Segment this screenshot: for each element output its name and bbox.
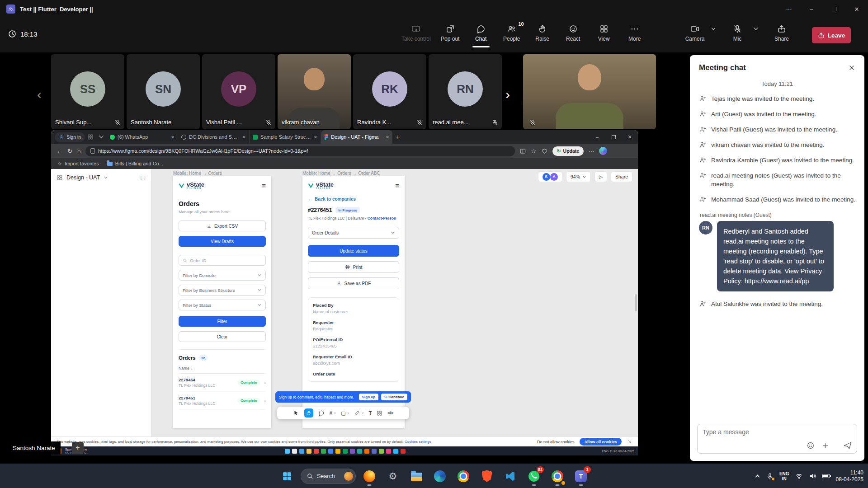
attach-plus-icon[interactable]: [821, 442, 829, 450]
battery-icon[interactable]: [822, 474, 830, 478]
cookie-close-icon[interactable]: [627, 439, 632, 445]
collaborator-avatars[interactable]: S A: [538, 171, 562, 182]
participant-tile[interactable]: VP Vishal Patil ...: [202, 54, 275, 129]
send-icon[interactable]: [843, 441, 852, 450]
browser-tab[interactable]: DC Divisions and Surroundings ✕: [178, 130, 250, 144]
participant-tile[interactable]: vikram chavan: [278, 54, 351, 129]
order-id-search[interactable]: [179, 255, 266, 266]
filmstrip-prev-button[interactable]: ‹: [37, 88, 42, 101]
browser-essentials-icon[interactable]: [541, 148, 548, 155]
taskbar-teams-icon[interactable]: T 1: [571, 466, 591, 486]
taskbar-file-explorer-icon[interactable]: [406, 466, 426, 486]
google-continue-button[interactable]: G Continue: [381, 394, 407, 400]
browser-tab-active[interactable]: Design - UAT - Figma ✕: [321, 130, 392, 144]
participant-tile[interactable]: RN read.ai mee...: [429, 54, 502, 129]
decline-cookies-link[interactable]: Do not allow cookies: [537, 440, 575, 444]
filter-domicile-dropdown[interactable]: Filter by Domicile: [179, 270, 266, 281]
frame-breadcrumb[interactable]: Mobile: Home → Orders: [173, 171, 222, 176]
taskbar-firefox-icon[interactable]: [359, 466, 379, 486]
more-button[interactable]: ⋯ More: [622, 23, 648, 43]
tab-close-icon[interactable]: ✕: [171, 135, 175, 140]
browser-minimize-button[interactable]: –: [589, 130, 605, 144]
browser-close-button[interactable]: ✕: [622, 130, 638, 144]
camera-chevron-icon[interactable]: [711, 26, 716, 32]
order-row[interactable]: 2279451TL Flex Holdings LLC Complete ›: [179, 392, 266, 410]
chat-message-list[interactable]: Today 11:21 Tejas Ingle was invited to t…: [690, 76, 864, 419]
refresh-icon[interactable]: ↻: [67, 147, 73, 155]
chat-button[interactable]: Chat: [468, 23, 494, 43]
wifi-icon[interactable]: [795, 472, 803, 480]
tab-close-icon[interactable]: ✕: [242, 135, 246, 140]
taskbar-chrome-icon[interactable]: [453, 466, 473, 486]
order-details-dropdown[interactable]: Order Details: [308, 227, 399, 239]
participant-tile[interactable]: SN Santosh Narate: [127, 54, 200, 129]
print-button[interactable]: Print: [308, 261, 399, 273]
tray-clock[interactable]: 11:40 08-04-2025: [836, 469, 863, 483]
filter-button[interactable]: Filter: [179, 316, 266, 327]
frame-tool-icon[interactable]: #: [330, 410, 332, 416]
maximize-button[interactable]: [823, 0, 845, 18]
cursor-tool-icon[interactable]: [293, 410, 299, 416]
chevron-down-icon[interactable]: ˅: [334, 412, 336, 415]
signup-button[interactable]: Sign up: [359, 394, 378, 400]
figma-share-button[interactable]: Share: [611, 171, 632, 182]
contact-person-link[interactable]: Contact-Person: [368, 216, 396, 221]
page-scrollbar[interactable]: [635, 294, 637, 311]
new-tab-button[interactable]: +: [396, 133, 400, 141]
share-button[interactable]: Share: [769, 23, 795, 43]
comment-tool-icon[interactable]: [318, 410, 325, 416]
mic-button[interactable]: Mic: [724, 23, 750, 43]
pen-tool-icon[interactable]: [354, 410, 360, 416]
address-bar[interactable]: https://www.figma.com/design/9BKQ0FOHRWa…: [85, 146, 515, 156]
camera-button[interactable]: Camera: [682, 23, 708, 43]
browser-tab[interactable]: (6) WhatsApp ✕: [107, 130, 178, 144]
browser-update-button[interactable]: ↻ Update: [552, 146, 584, 156]
figma-menu-icon[interactable]: [57, 174, 63, 181]
hamburger-icon[interactable]: ≡: [395, 182, 399, 189]
order-id-input[interactable]: [190, 258, 262, 263]
export-csv-button[interactable]: Export CSV: [179, 221, 266, 231]
update-status-button[interactable]: Update status: [308, 245, 399, 257]
taskbar-chrome-profile-icon[interactable]: [547, 466, 567, 486]
view-button[interactable]: View: [591, 23, 617, 43]
hand-tool-icon[interactable]: [304, 408, 313, 418]
taskbar-edge-icon[interactable]: [430, 466, 450, 486]
leave-button[interactable]: Leave: [812, 27, 851, 43]
stage-zoom-button[interactable]: +: [72, 442, 84, 454]
import-favorites-link[interactable]: ☆ Import favorites: [57, 161, 99, 167]
pop-out-button[interactable]: Pop out: [437, 23, 463, 43]
titlebar-more-icon[interactable]: ⋯: [778, 0, 800, 18]
present-button[interactable]: ▷: [594, 171, 607, 182]
spotlight-participant-tile[interactable]: [523, 54, 656, 129]
zoom-control[interactable]: 94%: [566, 171, 591, 182]
cookie-settings-link[interactable]: Cookies settings: [405, 440, 431, 444]
chat-close-icon[interactable]: [848, 64, 855, 71]
taskbar-settings-icon[interactable]: ⚙: [383, 466, 403, 486]
taskbar-whatsapp-icon[interactable]: 81: [524, 466, 544, 486]
frame-panel-icon[interactable]: ▢: [140, 174, 146, 181]
browser-maximize-button[interactable]: [605, 130, 622, 144]
people-button[interactable]: People 10: [499, 23, 525, 43]
back-icon[interactable]: ←: [57, 147, 63, 155]
chat-input-box[interactable]: [697, 424, 857, 454]
save-as-pdf-button[interactable]: Save as PDF: [308, 277, 399, 289]
close-button[interactable]: ✕: [845, 0, 868, 18]
resources-tool-icon[interactable]: [377, 410, 382, 416]
workspaces-icon[interactable]: [87, 134, 94, 140]
shape-tool-icon[interactable]: ▢: [341, 410, 345, 416]
back-to-companies-link[interactable]: ← Back to companies: [308, 197, 399, 202]
taskbar-search[interactable]: Search: [301, 469, 356, 484]
raise-hand-button[interactable]: Raise: [529, 23, 556, 43]
name-column-header[interactable]: Name ↓: [179, 366, 266, 374]
participant-tile[interactable]: SS Shivani Sup...: [51, 54, 124, 129]
language-switcher[interactable]: ENG IN: [779, 471, 789, 481]
copilot-icon[interactable]: [599, 147, 607, 155]
mic-chevron-icon[interactable]: [753, 26, 759, 32]
page-info-icon[interactable]: [90, 148, 95, 154]
tray-mic-icon[interactable]: [766, 473, 774, 480]
accept-cookies-button[interactable]: Allow all cookies: [580, 438, 622, 446]
clear-button[interactable]: Clear: [179, 331, 266, 342]
home-icon[interactable]: ⌂: [77, 147, 81, 155]
hamburger-icon[interactable]: ≡: [262, 182, 266, 189]
taskbar-brave-icon[interactable]: [477, 466, 497, 486]
